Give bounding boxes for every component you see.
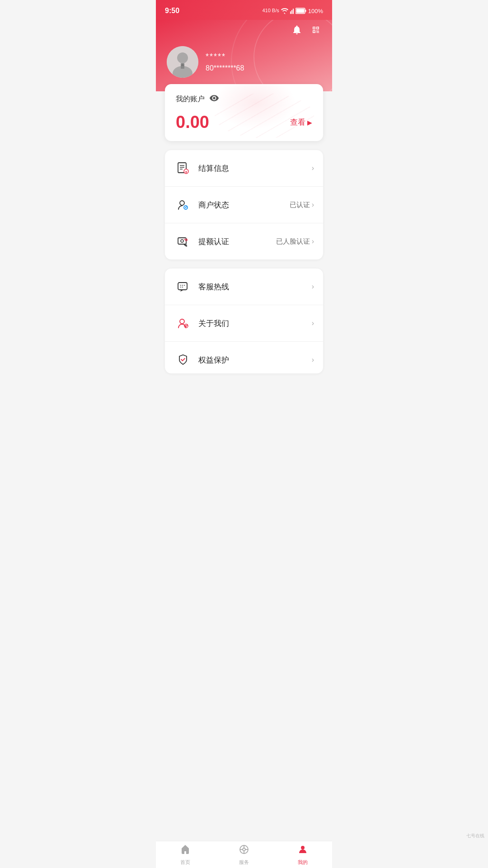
rights-arrow-icon: › xyxy=(312,356,314,364)
svg-rect-21 xyxy=(178,238,186,244)
service-menu-item[interactable]: 客服热线 › xyxy=(165,269,323,305)
merchant-arrow-icon: › xyxy=(312,201,314,209)
settlement-label: 结算信息 xyxy=(198,163,312,174)
rights-label: 权益保护 xyxy=(198,355,312,365)
svg-rect-1 xyxy=(291,10,292,14)
svg-point-29 xyxy=(243,848,245,851)
svg-point-7 xyxy=(177,52,188,63)
about-icon xyxy=(174,314,192,332)
svg-point-19 xyxy=(185,207,187,208)
status-icons: 410 B/s 100% xyxy=(262,8,323,14)
battery-text: 100% xyxy=(308,8,323,14)
status-bar: 9:50 410 B/s 100% xyxy=(156,0,332,20)
svg-rect-4 xyxy=(296,9,304,13)
account-card: 我的账户 0.00 查看 ▶ xyxy=(165,84,323,141)
view-arrow-icon: ▶ xyxy=(307,119,312,126)
service-label: 客服热线 xyxy=(198,282,312,292)
nav-mine-label: 我的 xyxy=(298,859,308,866)
svg-point-34 xyxy=(301,846,305,849)
profile-phone: 80********68 xyxy=(206,64,244,72)
scan-button[interactable] xyxy=(310,24,321,38)
nav-service-label: 服务 xyxy=(239,859,249,866)
nav-home-label: 首页 xyxy=(180,859,190,866)
svg-rect-5 xyxy=(305,10,306,12)
notification-button[interactable] xyxy=(291,24,302,38)
profile-name: ***** xyxy=(206,52,244,61)
service-arrow-icon: › xyxy=(312,283,314,291)
home-icon xyxy=(180,844,191,858)
svg-point-26 xyxy=(180,319,184,324)
nav-mine[interactable]: 我的 xyxy=(273,841,332,868)
rights-icon xyxy=(174,351,192,369)
profile-info: ***** 80********68 xyxy=(206,52,244,72)
account-title: 我的账户 xyxy=(176,94,205,104)
svg-point-17 xyxy=(180,201,184,205)
settlement-menu-item[interactable]: ¥ 结算信息 › xyxy=(165,150,323,187)
svg-rect-0 xyxy=(290,11,291,14)
service-icon xyxy=(174,278,192,296)
mine-nav-icon xyxy=(297,844,308,858)
merchant-menu-item[interactable]: 商户状态 已认证 › xyxy=(165,187,323,223)
account-balance-row: 0.00 查看 ▶ xyxy=(176,113,312,132)
menu-section-1: ¥ 结算信息 › 商户状态 已认证 › xyxy=(165,150,323,259)
merchant-icon xyxy=(174,196,192,214)
battery-icon xyxy=(296,8,306,14)
nav-service[interactable]: 服务 xyxy=(215,841,273,868)
about-label: 关于我们 xyxy=(198,318,312,329)
svg-rect-2 xyxy=(293,9,294,14)
svg-point-22 xyxy=(181,240,183,242)
merchant-label: 商户状态 xyxy=(198,200,290,210)
service-nav-icon xyxy=(239,844,249,858)
svg-point-20 xyxy=(186,206,187,207)
bottom-nav: 首页 服务 我的 xyxy=(156,841,332,868)
nav-home[interactable]: 首页 xyxy=(156,841,215,868)
profile-row: ***** 80********68 xyxy=(167,46,321,78)
wifi-icon xyxy=(281,8,288,14)
balance-amount: 0.00 xyxy=(176,113,209,132)
view-label: 查看 xyxy=(290,117,305,127)
about-arrow-icon: › xyxy=(312,319,314,327)
quota-menu-item[interactable]: 提额认证 已人脸认证 › xyxy=(165,223,323,259)
quota-arrow-icon: › xyxy=(312,237,314,245)
eye-toggle-button[interactable] xyxy=(209,93,219,105)
signal-text: 410 B/s xyxy=(262,8,279,14)
quota-status: 已人脸认证 xyxy=(276,237,310,246)
account-title-row: 我的账户 xyxy=(176,93,312,105)
avatar[interactable] xyxy=(167,46,198,78)
about-menu-item[interactable]: 关于我们 › xyxy=(165,305,323,342)
quota-label: 提额认证 xyxy=(198,236,276,247)
header: ***** 80********68 xyxy=(156,20,332,91)
svg-text:¥: ¥ xyxy=(185,170,188,174)
menu-section-2: 客服热线 › 关于我们 › xyxy=(165,269,323,373)
status-time: 9:50 xyxy=(165,7,179,15)
rights-menu-item[interactable]: 权益保护 › xyxy=(165,342,323,373)
settlement-icon: ¥ xyxy=(174,159,192,177)
signal-icon xyxy=(290,8,294,14)
header-icons xyxy=(167,24,321,38)
merchant-status: 已认证 xyxy=(290,201,310,209)
view-detail-button[interactable]: 查看 ▶ xyxy=(290,117,312,127)
settlement-arrow-icon: › xyxy=(312,164,314,172)
svg-rect-23 xyxy=(178,283,187,290)
quota-icon xyxy=(174,232,192,250)
